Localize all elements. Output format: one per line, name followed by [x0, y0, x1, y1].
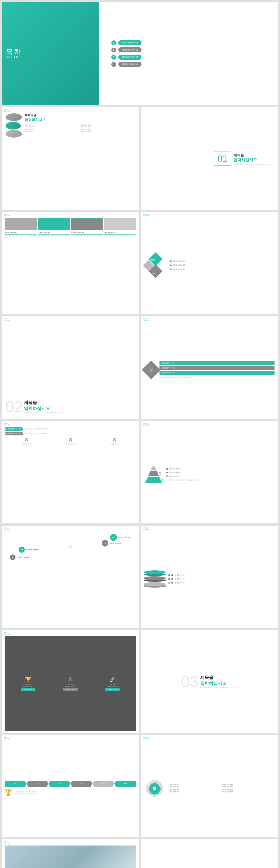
slide17-photo [5, 845, 136, 868]
photo-circle-3 [5, 130, 22, 137]
banner-1: 상황을 입력 하 세요 [5, 427, 23, 431]
toc-btn-2[interactable]: 제목을 입력하세요 [118, 48, 142, 53]
circle-steps-area: 04 제목을 입력하세요 03 제목을 입력하세요 02 제목을 입력하세요 0… [5, 534, 135, 560]
pie-label-text-1: 내용을 입력하세요 [173, 260, 185, 263]
slide-circular-steps: 제목을 입력하세요 04 제목을 입력하세요 03 제목을 입력하세요 02 [2, 525, 139, 628]
flow-description: 내용을 입력하세요 내용을 입력하세요 내용을 입력하세요 [160, 376, 275, 378]
timeline-banner-area2: 상황을 입력 하 세요 내용을 입력하세요 내용을 입력하세요 [5, 432, 136, 435]
timeline-text-3: 내용을 입력하세요 [109, 443, 120, 445]
slide17-content [2, 839, 139, 868]
timeline-banner-area: 상황을 입력 하 세요 내용을 입력하세요 내용을 입력하세요 [5, 427, 136, 431]
award-text-1: 상단 제목내용을 입력하세요 [23, 683, 34, 687]
toc-btn-1[interactable]: 제목을 입력하세요 [118, 40, 142, 45]
disc-2 [144, 576, 166, 580]
step-circle-02: 02 [19, 547, 25, 553]
timeline-dot-3 [113, 438, 116, 441]
award-text-3: 상단 제목내용을 입력하세요 [107, 683, 118, 687]
timeline-year-1: 2016 [25, 441, 28, 443]
slide5-col2-title: 제목을 입력하세요 [38, 232, 70, 235]
medal-icon: 🎖 [68, 677, 73, 683]
sh13-sub: 입력하세요 [4, 633, 10, 635]
step-text-02: 제목을 입력하세요 [26, 549, 39, 551]
section01-title: 제목을 [233, 153, 272, 157]
sh15-sub: 입력하세요 [4, 738, 10, 740]
slide-arrow-timeline: 제목을 입력하세요 2014 2015 2016 2017 2018 2019 … [2, 735, 139, 837]
disc-num-1: 01 [171, 574, 173, 576]
gear-decoration: ⚙ [68, 545, 73, 550]
svg-point-4 [159, 472, 161, 474]
step-text-04: 제목을 입력하세요 [118, 536, 131, 538]
awards-dark-area: 🏆 상단 제목내용을 입력하세요 상황을 입력하세요 🎖 상단 제목내용을 입력… [5, 636, 136, 731]
section02-bignum: 02 [5, 400, 23, 413]
trophy-icon: 🏆 [25, 677, 31, 683]
disc-num-2: 02 [171, 578, 173, 580]
pyramid-label-3: 사항을 입력 하세요 [166, 475, 275, 477]
toc-left: 목 차 CONTENTS [2, 2, 99, 105]
slide-section04: 04 제목을 입력하십시오 사스불을용한당신의보고서 · 사스불을용한당신의보고… [141, 839, 278, 868]
pie-dot-2 [170, 265, 172, 266]
slide3-text-2: 내용을 입력하세요내용을 입력하세요 [81, 124, 135, 128]
slide-flow-01: 제목을 입력하세요 부서목표 사항을 입력 하 세요 사항을 입력 하 세요 사… [141, 316, 278, 419]
slide-header-9: 제목을 입력하세요 [4, 423, 10, 426]
section02-title: 제목을 [24, 400, 62, 405]
banner-desc-1: 내용을 입력하세요 내용을 입력하세요 [25, 428, 47, 430]
pyramid-dot-3 [166, 475, 168, 477]
slide3-text-grid: 내용을 입력하세요내용을 입력하세요 내용을 입력하세요내용을 입력하세요 내용… [25, 124, 135, 132]
banner-desc-2: 내용을 입력하세요 내용을 입력하세요 [25, 433, 47, 435]
year-2016: 2016 [49, 781, 71, 787]
slide5-col1-title: 제목을 입력하세요 [5, 232, 36, 235]
timeline-dot-1 [25, 438, 28, 441]
disc-1 [144, 570, 166, 574]
photo-4 [104, 218, 136, 230]
slide-header-14: 제목을 입력하세요 [143, 737, 149, 740]
slide4-content: 55% 20% 35% 내용을 입력하세요 내용을 입력하세요 내용을 입력하세… [141, 212, 278, 314]
toc-big-num: 4 [90, 43, 100, 64]
slide-header-13: 제목을 입력하세요 [4, 632, 10, 635]
step-02: 02 제목을 입력하세요 [19, 547, 39, 553]
award-text-2: 상단 제목내용을 입력하세요 [65, 683, 76, 687]
star-label-4: 내용을 입력하세요내용을 입력하세요 [222, 789, 275, 793]
section03-bignum: 03 [181, 675, 198, 688]
section03-title2: 입력하십시오 [200, 680, 238, 686]
photo-3 [71, 218, 103, 230]
slide-subtitle-01: 제목을 입력하세요 부제목을 입력하십시오 내용을 입력하세요내용을 입력하세요 [2, 107, 139, 210]
slide5-col4-title: 제목을 입력하세요 [104, 232, 136, 235]
toc-item-3: 3 제목을 입력하세요 [111, 55, 274, 60]
sh13-main: 제목을 [4, 632, 10, 633]
star-label-1: 내용을 입력하세요내용을 입력하세요 [168, 784, 221, 788]
toc-num-1: 1 [111, 40, 116, 45]
section01-title2: 입력하십시오 [233, 157, 272, 162]
pie-label-3: 내용을 입력하세요 [170, 268, 275, 271]
slide15-content: 2014 2015 2016 2017 2018 2019 🏆 내용을 입력하세… [2, 735, 139, 837]
slide-header-17: 제목을 입력하세요 [4, 841, 10, 844]
slide-header-10: 제목을 입력하세요 [143, 527, 149, 530]
award-1: 🏆 상단 제목내용을 입력하세요 상황을 입력하세요 [21, 677, 36, 691]
slide3-text-3: 내용을 입력하세요내용을 입력하세요 [25, 129, 80, 132]
rocket-icon: 🚀 [109, 677, 116, 683]
disc-text-2: 내용을 입력하세요 [174, 578, 185, 580]
pyramid-labels-area: 사항을 입력 하세요 사항을 입력 하세요 사항을 입력 하세요 내용을 입력하… [166, 468, 275, 481]
timeline-bottom-area: 🏆 내용을 입력하세요 내용을 입력하세요내용을 입력하세요 내용을 입력하세요 [5, 788, 136, 796]
star-labels: 내용을 입력하세요내용을 입력하세요 내용을 입력하세요내용을 입력하세요 내용… [168, 784, 275, 793]
toc-item-4: 4 제목을 입력하세요 [111, 62, 274, 67]
pie-label-2: 내용을 입력하세요 [170, 264, 275, 267]
year-2015: 2015 [26, 781, 48, 787]
slide3-main-title: 부제목을 [25, 113, 135, 117]
toc-btn-3[interactable]: 제목을 입력하세요 [118, 55, 142, 60]
toc-btn-4[interactable]: 제목을 입력하세요 [118, 62, 142, 67]
award-banner-3: 상황을 입력하세요 [106, 688, 120, 691]
pie-labels: 내용을 입력하세요 내용을 입력하세요 내용을 입력하세요 [170, 260, 275, 271]
disc-label-3: 03 내용을 입력하세요 [168, 582, 275, 584]
flow-step-3: 사항을 입력 하 세요 [160, 371, 275, 375]
disc-3 [144, 582, 166, 586]
sh14-main: 제목을 [143, 737, 149, 738]
sh15-main: 제목을 [4, 737, 10, 738]
slide3-main-title2: 입력하십시오 [25, 118, 135, 122]
svg-marker-0 [145, 477, 162, 483]
slide5-col2-text: 내용을 입력하세요 내용을 입력하세요 내용을 입력하세요 [38, 235, 70, 239]
step-text-03: 제목을 입력하세요 [110, 542, 122, 545]
disc-label-1: 01 내용을 입력하세요 [168, 574, 275, 576]
timeline-line-area: 2016 내용을 입력하세요 2017 내용을 입력하세요 2018 내용을 입… [5, 438, 136, 445]
toc-item-1: 1 제목을 입력하세요 [111, 40, 274, 45]
section02-text: 제목을 입력하십시오 사스불을용한당신의보고서 · 사스불을용한당신의보고서 [24, 400, 62, 413]
